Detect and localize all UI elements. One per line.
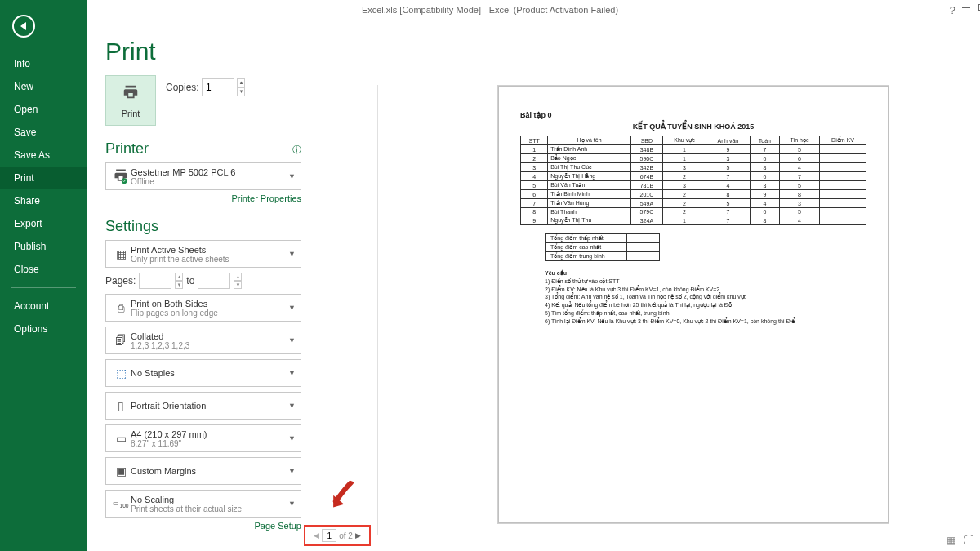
chevron-down-icon: ▼ bbox=[288, 500, 296, 508]
window-title: Excel.xls [Compatibility Mode] - Excel (… bbox=[362, 5, 618, 15]
chevron-down-icon: ▼ bbox=[288, 402, 296, 410]
sidebar-item-publish[interactable]: Publish bbox=[0, 235, 87, 258]
portrait-icon: ▯ bbox=[111, 399, 131, 412]
preview-table: STTHọ và tênSBDKhu vựcAnh vănToánTin học… bbox=[520, 136, 866, 225]
minimize-icon[interactable] bbox=[962, 7, 970, 8]
pages-range: Pages: ▲▼ to ▲▼ bbox=[105, 273, 301, 289]
printer-icon bbox=[122, 83, 140, 105]
sidebar-item-new[interactable]: New bbox=[0, 75, 87, 98]
sidebar-item-share[interactable]: Share bbox=[0, 189, 87, 212]
printer-selector[interactable]: Gestetner MP 5002 PCL 6 Offline ▼ bbox=[105, 162, 301, 190]
print-options-column: Print Copies: ▲▼ Printer ⓘ Gestetner MP … bbox=[105, 75, 301, 531]
print-preview: Bài tập 0 KẾT QUẢ TUYỂN SINH KHOÁ 2015 S… bbox=[498, 86, 889, 523]
preview-doc-title: Bài tập 0 bbox=[520, 111, 866, 119]
sidebar-item-save-as[interactable]: Save As bbox=[0, 144, 87, 167]
sides-selector[interactable]: ⎙ Print on Both Sides Flip pages on long… bbox=[105, 294, 301, 322]
printer-properties-link[interactable]: Printer Properties bbox=[231, 193, 301, 203]
preview-heading: KẾT QUẢ TUYỂN SINH KHOÁ 2015 bbox=[520, 122, 866, 131]
printer-info-icon[interactable]: ⓘ bbox=[292, 144, 301, 156]
duplex-icon: ⎙ bbox=[111, 301, 131, 314]
sidebar-item-export[interactable]: Export bbox=[0, 212, 87, 235]
margins-selector[interactable]: ▣ Custom Margins ▼ bbox=[105, 457, 301, 485]
preview-notes: Yêu cầu 1) Điền số thứ tự vào cột STT2) … bbox=[545, 269, 866, 326]
page-icon: ▭ bbox=[111, 432, 131, 445]
paper-size-selector[interactable]: ▭ A4 (210 x 297 mm) 8.27" x 11.69" ▼ bbox=[105, 424, 301, 452]
stapler-icon: ⬚ bbox=[111, 367, 131, 380]
printer-name: Gestetner MP 5002 PCL 6 bbox=[131, 167, 285, 177]
scaling-icon: ▭100 bbox=[111, 500, 131, 509]
print-button-label: Print bbox=[122, 109, 140, 118]
chevron-down-icon: ▼ bbox=[288, 336, 296, 344]
settings-heading: Settings bbox=[105, 218, 301, 235]
pages-to-spinner[interactable]: ▲▼ bbox=[234, 273, 242, 289]
help-icon[interactable]: ? bbox=[950, 4, 956, 16]
copies-label: Copies: bbox=[166, 82, 199, 93]
chevron-down-icon: ▼ bbox=[288, 434, 296, 442]
sidebar-item-open[interactable]: Open bbox=[0, 98, 87, 121]
chevron-down-icon: ▼ bbox=[288, 172, 296, 180]
orientation-selector[interactable]: ▯ Portrait Orientation ▼ bbox=[105, 392, 301, 420]
sidebar-item-info[interactable]: Info bbox=[0, 52, 87, 75]
pages-from-spinner[interactable]: ▲▼ bbox=[175, 273, 183, 289]
chevron-down-icon: ▼ bbox=[288, 304, 296, 312]
chevron-down-icon: ▼ bbox=[288, 250, 296, 258]
next-page-button[interactable]: ▶ bbox=[355, 531, 361, 540]
printer-heading: Printer ⓘ bbox=[105, 140, 301, 158]
page-setup-link[interactable]: Page Setup bbox=[255, 521, 302, 531]
back-button[interactable] bbox=[12, 15, 35, 38]
sidebar-item-account[interactable]: Account bbox=[0, 295, 87, 318]
printer-device-icon bbox=[111, 167, 131, 186]
sidebar-item-options[interactable]: Options bbox=[0, 318, 87, 340]
page-navigator: ◀ of 2 ▶ bbox=[304, 525, 371, 546]
title-bar: Excel.xls [Compatibility Mode] - Excel (… bbox=[0, 0, 980, 20]
backstage-sidebar: InfoNewOpenSaveSave AsPrintShareExportPu… bbox=[0, 0, 87, 551]
chevron-down-icon: ▼ bbox=[288, 467, 296, 475]
pages-to-label: to bbox=[186, 275, 194, 287]
prev-page-button[interactable]: ◀ bbox=[314, 531, 319, 540]
sidebar-item-print[interactable]: Print bbox=[0, 167, 87, 189]
copies-group: Copies: ▲▼ bbox=[166, 78, 245, 96]
print-what-selector[interactable]: ▦ Print Active Sheets Only print the act… bbox=[105, 240, 301, 268]
page-total-label: of 2 bbox=[339, 531, 353, 540]
pages-to-input[interactable] bbox=[198, 273, 230, 289]
vertical-divider bbox=[377, 85, 378, 535]
copies-input[interactable] bbox=[202, 78, 234, 96]
staples-selector[interactable]: ⬚ No Staples ▼ bbox=[105, 359, 301, 387]
chevron-down-icon: ▼ bbox=[288, 369, 296, 377]
pages-from-input[interactable] bbox=[139, 273, 172, 289]
zoom-controls[interactable]: ▦ ⛶ bbox=[947, 535, 973, 546]
preview-summary-table: Tổng điểm thấp nhất Tổng điểm cao nhất T… bbox=[545, 233, 660, 261]
collate-selector[interactable]: 🗐 Collated 1,2,3 1,2,3 1,2,3 ▼ bbox=[105, 327, 301, 354]
copies-spinner[interactable]: ▲▼ bbox=[237, 78, 245, 96]
current-page-input[interactable] bbox=[322, 529, 336, 542]
margins-icon: ▣ bbox=[111, 464, 131, 478]
collate-icon: 🗐 bbox=[111, 334, 131, 347]
sidebar-item-save[interactable]: Save bbox=[0, 121, 87, 144]
sidebar-item-close[interactable]: Close bbox=[0, 258, 87, 281]
print-button[interactable]: Print bbox=[105, 75, 156, 126]
page-title: Print bbox=[105, 38, 962, 65]
sheets-icon: ▦ bbox=[111, 247, 131, 260]
pages-label: Pages: bbox=[105, 275, 136, 287]
printer-status: Offline bbox=[131, 177, 285, 186]
scaling-selector[interactable]: ▭100 No Scaling Print sheets at their ac… bbox=[105, 490, 301, 518]
